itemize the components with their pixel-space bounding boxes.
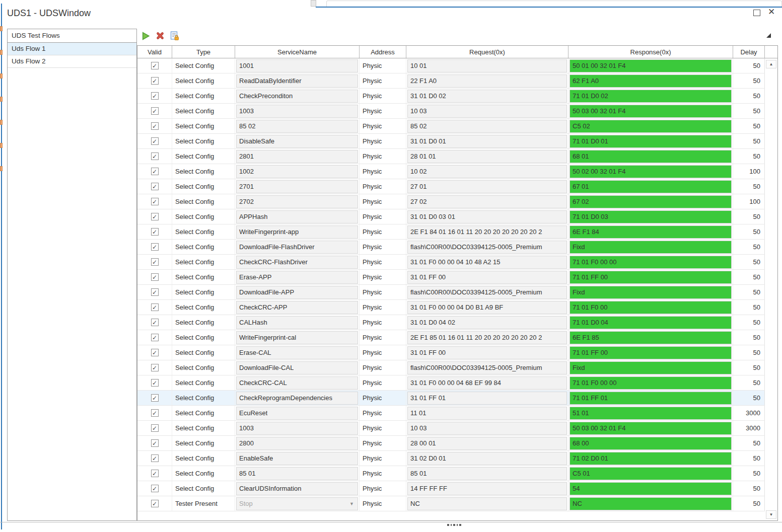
servicename-input[interactable]: 85 01 ▼ xyxy=(236,467,358,480)
servicename-input[interactable]: CheckCRC-FlashDriver ▼ xyxy=(236,256,358,269)
servicename-input[interactable]: APPHash ▼ xyxy=(236,210,358,223)
valid-checkbox[interactable]: ✓ xyxy=(151,107,159,115)
servicename-input[interactable]: CALHash ▼ xyxy=(236,316,358,329)
table-row[interactable]: ✓ Select Config WriteFingerprint-app ▼ P… xyxy=(137,224,765,240)
table-row[interactable]: ✓ Select Config WriteFingerprint-cal ▼ P… xyxy=(137,330,765,345)
request-input[interactable]: 27 02 xyxy=(407,195,567,208)
request-input[interactable]: 31 01 F0 00 00 04 68 EF 99 84 xyxy=(407,376,567,390)
valid-checkbox[interactable]: ✓ xyxy=(151,168,159,175)
table-row[interactable]: ✓ Select Config 85 01 ▼ Physic 85 01 C5 … xyxy=(137,466,765,481)
servicename-input[interactable]: DownloadFile-FlashDriver ▼ xyxy=(236,241,358,254)
request-input[interactable]: 10 01 xyxy=(407,59,567,72)
run-button[interactable] xyxy=(140,32,151,42)
table-row[interactable]: ✓ Select Config CALHash ▼ Physic 31 01 D… xyxy=(137,315,765,330)
request-input[interactable]: 31 01 D0 02 xyxy=(407,90,567,103)
delete-button[interactable] xyxy=(155,32,165,42)
request-input[interactable]: flash\C00R00\DOC03394125-0005_Premium xyxy=(407,361,567,374)
valid-checkbox[interactable]: ✓ xyxy=(151,62,159,69)
request-input[interactable]: 2E F1 85 01 16 01 11 20 20 20 20 20 20 2… xyxy=(407,331,567,344)
sidebar-item-uds-flow-1[interactable]: Uds Flow 1 xyxy=(8,43,136,55)
grid-options-corner-icon[interactable] xyxy=(766,33,771,38)
valid-checkbox[interactable]: ✓ xyxy=(151,122,159,130)
table-row[interactable]: ✓ Select Config Erase-APP ▼ Physic 31 01… xyxy=(137,270,765,285)
servicename-input[interactable]: WriteFingerprint-app ▼ xyxy=(236,225,358,239)
valid-checkbox[interactable]: ✓ xyxy=(151,213,159,220)
request-input[interactable]: 31 01 D0 01 xyxy=(407,135,567,148)
valid-checkbox[interactable]: ✓ xyxy=(151,258,159,266)
valid-checkbox[interactable]: ✓ xyxy=(151,92,159,100)
request-input[interactable]: 11 01 xyxy=(407,407,567,420)
valid-checkbox[interactable]: ✓ xyxy=(151,319,159,326)
valid-checkbox[interactable]: ✓ xyxy=(151,394,159,402)
valid-checkbox[interactable]: ✓ xyxy=(151,485,159,492)
valid-checkbox[interactable]: ✓ xyxy=(151,349,159,356)
servicename-input[interactable]: ClearUDSInformation ▼ xyxy=(236,482,358,495)
servicename-input[interactable]: CheckCRC-APP ▼ xyxy=(236,301,358,314)
table-row[interactable]: ✓ Select Config CheckCRC-CAL ▼ Physic 31… xyxy=(137,375,765,391)
servicename-input[interactable]: DownloadFile-APP ▼ xyxy=(236,286,358,299)
valid-checkbox[interactable]: ✓ xyxy=(151,198,159,205)
splitter-grip[interactable] xyxy=(447,524,461,526)
table-row[interactable]: ✓ Select Config Erase-CAL ▼ Physic 31 01… xyxy=(137,345,765,360)
table-row[interactable]: ✓ Select Config 1003 ▼ Physic 10 03 50 0… xyxy=(137,104,765,119)
valid-checkbox[interactable]: ✓ xyxy=(151,334,159,341)
request-input[interactable]: 10 03 xyxy=(407,422,567,435)
table-row[interactable]: ✓ Select Config ReadDataByIdentifier ▼ P… xyxy=(137,73,765,89)
servicename-input[interactable]: Stop ▼ xyxy=(236,497,358,510)
sidebar-item-uds-flow-2[interactable]: Uds Flow 2 xyxy=(8,55,136,68)
servicename-input[interactable]: 2800 ▼ xyxy=(236,437,358,450)
servicename-input[interactable]: 2701 ▼ xyxy=(236,180,358,193)
valid-checkbox[interactable]: ✓ xyxy=(151,288,159,296)
table-row[interactable]: ✓ Select Config 2701 ▼ Physic 27 01 67 0… xyxy=(137,179,765,194)
request-input[interactable]: 22 F1 A0 xyxy=(407,74,567,88)
servicename-input[interactable]: WriteFingerprint-cal ▼ xyxy=(236,331,358,344)
table-row[interactable]: ✓ Select Config DisableSafe ▼ Physic 31 … xyxy=(137,134,765,149)
valid-checkbox[interactable]: ✓ xyxy=(151,228,159,236)
table-row[interactable]: ✓ Select Config CheckCRC-FlashDriver ▼ P… xyxy=(137,255,765,270)
save-lock-button[interactable] xyxy=(170,32,180,42)
valid-checkbox[interactable]: ✓ xyxy=(151,243,159,251)
table-row[interactable]: ✓ Select Config DownloadFile-APP ▼ Physi… xyxy=(137,285,765,300)
servicename-input[interactable]: 1001 ▼ xyxy=(236,59,358,72)
valid-checkbox[interactable]: ✓ xyxy=(151,77,159,85)
request-input[interactable]: 85 02 xyxy=(407,120,567,133)
servicename-input[interactable]: 85 02 ▼ xyxy=(236,120,358,133)
horizontal-splitter[interactable] xyxy=(0,522,782,522)
request-input[interactable]: 28 00 01 xyxy=(407,437,567,450)
table-row[interactable]: ✓ Select Config APPHash ▼ Physic 31 01 D… xyxy=(137,209,765,224)
table-row[interactable]: ✓ Select Config 2801 ▼ Physic 28 01 01 6… xyxy=(137,149,765,164)
table-row[interactable]: ✓ Select Config CheckReprogramDependenci… xyxy=(137,391,765,406)
servicename-input[interactable]: 2702 ▼ xyxy=(236,195,358,208)
request-input[interactable]: 31 01 FF 01 xyxy=(407,392,567,405)
servicename-input[interactable]: 1003 ▼ xyxy=(236,105,358,118)
request-input[interactable]: 31 01 D0 04 02 xyxy=(407,316,567,329)
servicename-input[interactable]: CheckCRC-CAL ▼ xyxy=(236,376,358,390)
servicename-input[interactable]: 1003 ▼ xyxy=(236,422,358,435)
valid-checkbox[interactable]: ✓ xyxy=(151,424,159,432)
table-row[interactable]: ✓ Select Config ClearUDSInformation ▼ Ph… xyxy=(137,481,765,496)
table-row[interactable]: ✓ Select Config EnableSafe ▼ Physic 31 0… xyxy=(137,451,765,466)
servicename-input[interactable]: CheckPreconditon ▼ xyxy=(236,90,358,103)
table-row[interactable]: ✓ Select Config DownloadFile-FlashDriver… xyxy=(137,240,765,255)
maximize-button[interactable] xyxy=(753,10,760,16)
servicename-input[interactable]: Erase-CAL ▼ xyxy=(236,346,358,359)
request-input[interactable]: 14 FF FF FF xyxy=(407,482,567,495)
servicename-input[interactable]: 1002 ▼ xyxy=(236,165,358,178)
valid-checkbox[interactable]: ✓ xyxy=(151,273,159,281)
request-input[interactable]: 31 01 FF 00 xyxy=(407,346,567,359)
valid-checkbox[interactable]: ✓ xyxy=(151,409,159,417)
valid-checkbox[interactable]: ✓ xyxy=(151,303,159,311)
request-input[interactable]: 31 01 F0 00 00 04 D0 B1 A9 BF xyxy=(407,301,567,314)
valid-checkbox[interactable]: ✓ xyxy=(151,153,159,160)
scroll-up-button[interactable]: ▲ xyxy=(766,60,776,68)
table-row[interactable]: ✓ Select Config 2800 ▼ Physic 28 00 01 6… xyxy=(137,436,765,451)
servicename-input[interactable]: DownloadFile-CAL ▼ xyxy=(236,361,358,374)
table-row[interactable]: ✓ Tester Present Stop ▼ Physic NC NC 50 xyxy=(137,496,765,511)
valid-checkbox[interactable]: ✓ xyxy=(151,439,159,447)
table-row[interactable]: ✓ Select Config CheckPreconditon ▼ Physi… xyxy=(137,89,765,104)
table-row[interactable]: ✓ Select Config EcuReset ▼ Physic 11 01 … xyxy=(137,406,765,421)
servicename-input[interactable]: DisableSafe ▼ xyxy=(236,135,358,148)
request-input[interactable]: 31 01 F0 00 00 04 10 48 A2 15 xyxy=(407,256,567,269)
servicename-input[interactable]: EcuReset ▼ xyxy=(236,407,358,420)
table-row[interactable]: ✓ Select Config 1002 ▼ Physic 10 02 50 0… xyxy=(137,164,765,179)
